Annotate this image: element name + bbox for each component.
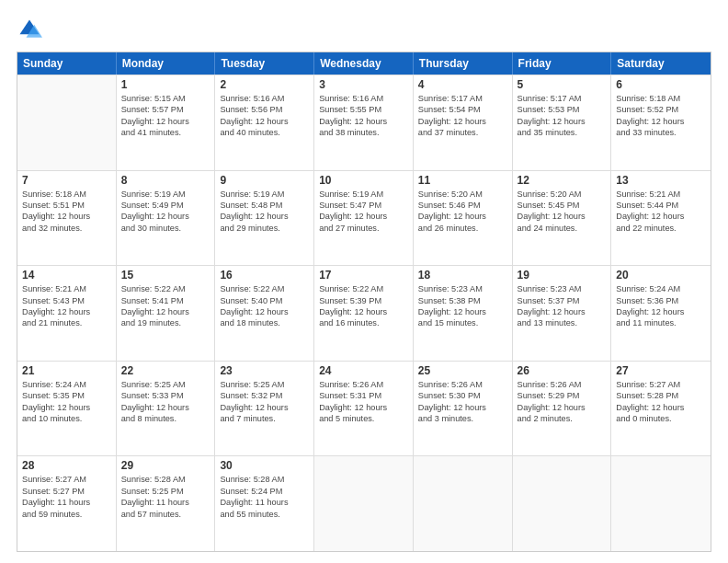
day-info: Sunrise: 5:27 AM Sunset: 5:28 PM Dayligh… (616, 379, 706, 425)
logo (17, 17, 46, 42)
empty-cell (314, 456, 414, 551)
empty-cell (513, 456, 612, 551)
day-number: 10 (319, 174, 408, 187)
day-cell-16: 16Sunrise: 5:22 AM Sunset: 5:40 PM Dayli… (215, 266, 314, 361)
day-cell-17: 17Sunrise: 5:22 AM Sunset: 5:39 PM Dayli… (314, 266, 414, 361)
weekday-header-friday: Friday (513, 52, 612, 75)
day-number: 22 (121, 364, 210, 377)
day-cell-3: 3Sunrise: 5:16 AM Sunset: 5:55 PM Daylig… (314, 75, 414, 170)
logo-icon (17, 17, 42, 42)
weekday-header-monday: Monday (117, 52, 216, 75)
calendar-row-5: 28Sunrise: 5:27 AM Sunset: 5:27 PM Dayli… (17, 455, 711, 551)
day-number: 15 (121, 269, 210, 282)
page: SundayMondayTuesdayWednesdayThursdayFrid… (0, 0, 728, 563)
day-cell-18: 18Sunrise: 5:23 AM Sunset: 5:38 PM Dayli… (414, 266, 513, 361)
day-info: Sunrise: 5:18 AM Sunset: 5:51 PM Dayligh… (22, 189, 111, 235)
calendar-row-3: 14Sunrise: 5:21 AM Sunset: 5:43 PM Dayli… (17, 265, 711, 361)
day-cell-10: 10Sunrise: 5:19 AM Sunset: 5:47 PM Dayli… (314, 171, 414, 266)
day-cell-24: 24Sunrise: 5:26 AM Sunset: 5:31 PM Dayli… (314, 362, 414, 456)
day-info: Sunrise: 5:21 AM Sunset: 5:43 PM Dayligh… (22, 283, 111, 329)
day-cell-30: 30Sunrise: 5:28 AM Sunset: 5:24 PM Dayli… (215, 456, 314, 551)
day-info: Sunrise: 5:16 AM Sunset: 5:55 PM Dayligh… (319, 93, 408, 139)
weekday-header-sunday: Sunday (17, 52, 117, 75)
day-number: 27 (616, 364, 706, 377)
day-number: 12 (518, 174, 607, 187)
day-info: Sunrise: 5:19 AM Sunset: 5:47 PM Dayligh… (319, 189, 408, 235)
day-info: Sunrise: 5:25 AM Sunset: 5:33 PM Dayligh… (121, 379, 210, 425)
day-number: 20 (616, 269, 706, 282)
day-info: Sunrise: 5:26 AM Sunset: 5:29 PM Dayligh… (518, 379, 607, 425)
day-info: Sunrise: 5:17 AM Sunset: 5:54 PM Dayligh… (418, 93, 507, 139)
day-cell-21: 21Sunrise: 5:24 AM Sunset: 5:35 PM Dayli… (17, 362, 117, 456)
day-cell-2: 2Sunrise: 5:16 AM Sunset: 5:56 PM Daylig… (215, 75, 314, 170)
day-cell-23: 23Sunrise: 5:25 AM Sunset: 5:32 PM Dayli… (215, 362, 314, 456)
day-info: Sunrise: 5:22 AM Sunset: 5:40 PM Dayligh… (220, 283, 309, 329)
weekday-header-wednesday: Wednesday (314, 52, 414, 75)
day-cell-9: 9Sunrise: 5:19 AM Sunset: 5:48 PM Daylig… (215, 171, 314, 266)
day-info: Sunrise: 5:19 AM Sunset: 5:49 PM Dayligh… (121, 189, 210, 235)
day-cell-19: 19Sunrise: 5:23 AM Sunset: 5:37 PM Dayli… (513, 266, 612, 361)
day-info: Sunrise: 5:28 AM Sunset: 5:24 PM Dayligh… (220, 474, 309, 520)
empty-cell (611, 456, 711, 551)
day-cell-5: 5Sunrise: 5:17 AM Sunset: 5:53 PM Daylig… (513, 75, 612, 170)
day-cell-22: 22Sunrise: 5:25 AM Sunset: 5:33 PM Dayli… (117, 362, 216, 456)
calendar-row-2: 7Sunrise: 5:18 AM Sunset: 5:51 PM Daylig… (17, 170, 711, 266)
day-info: Sunrise: 5:20 AM Sunset: 5:46 PM Dayligh… (418, 189, 507, 235)
day-info: Sunrise: 5:23 AM Sunset: 5:37 PM Dayligh… (518, 283, 607, 329)
day-number: 7 (22, 174, 111, 187)
day-info: Sunrise: 5:25 AM Sunset: 5:32 PM Dayligh… (220, 379, 309, 425)
day-cell-27: 27Sunrise: 5:27 AM Sunset: 5:28 PM Dayli… (611, 362, 711, 456)
day-number: 30 (220, 459, 309, 472)
day-info: Sunrise: 5:26 AM Sunset: 5:31 PM Dayligh… (319, 379, 408, 425)
day-cell-12: 12Sunrise: 5:20 AM Sunset: 5:45 PM Dayli… (513, 171, 612, 266)
day-info: Sunrise: 5:22 AM Sunset: 5:39 PM Dayligh… (319, 283, 408, 329)
day-cell-25: 25Sunrise: 5:26 AM Sunset: 5:30 PM Dayli… (414, 362, 513, 456)
day-info: Sunrise: 5:24 AM Sunset: 5:35 PM Dayligh… (22, 379, 111, 425)
day-info: Sunrise: 5:28 AM Sunset: 5:25 PM Dayligh… (121, 474, 210, 520)
weekday-header-saturday: Saturday (611, 52, 711, 75)
day-number: 3 (319, 78, 408, 91)
day-number: 2 (220, 78, 309, 91)
day-info: Sunrise: 5:16 AM Sunset: 5:56 PM Dayligh… (220, 93, 309, 139)
day-info: Sunrise: 5:24 AM Sunset: 5:36 PM Dayligh… (616, 283, 706, 329)
calendar-header: SundayMondayTuesdayWednesdayThursdayFrid… (17, 52, 711, 75)
day-info: Sunrise: 5:26 AM Sunset: 5:30 PM Dayligh… (418, 379, 507, 425)
day-number: 6 (616, 78, 706, 91)
weekday-header-tuesday: Tuesday (215, 52, 314, 75)
day-number: 24 (319, 364, 408, 377)
header (17, 17, 711, 42)
day-cell-14: 14Sunrise: 5:21 AM Sunset: 5:43 PM Dayli… (17, 266, 117, 361)
calendar-body: 1Sunrise: 5:15 AM Sunset: 5:57 PM Daylig… (17, 75, 711, 551)
day-info: Sunrise: 5:22 AM Sunset: 5:41 PM Dayligh… (121, 283, 210, 329)
weekday-header-thursday: Thursday (414, 52, 513, 75)
day-info: Sunrise: 5:19 AM Sunset: 5:48 PM Dayligh… (220, 189, 309, 235)
day-cell-1: 1Sunrise: 5:15 AM Sunset: 5:57 PM Daylig… (117, 75, 216, 170)
day-number: 29 (121, 459, 210, 472)
day-number: 25 (418, 364, 507, 377)
day-info: Sunrise: 5:27 AM Sunset: 5:27 PM Dayligh… (22, 474, 111, 520)
day-cell-6: 6Sunrise: 5:18 AM Sunset: 5:52 PM Daylig… (611, 75, 711, 170)
day-number: 21 (22, 364, 111, 377)
day-cell-28: 28Sunrise: 5:27 AM Sunset: 5:27 PM Dayli… (17, 456, 117, 551)
day-info: Sunrise: 5:17 AM Sunset: 5:53 PM Dayligh… (518, 93, 607, 139)
day-info: Sunrise: 5:23 AM Sunset: 5:38 PM Dayligh… (418, 283, 507, 329)
day-number: 26 (518, 364, 607, 377)
day-number: 11 (418, 174, 507, 187)
empty-cell (414, 456, 513, 551)
day-cell-13: 13Sunrise: 5:21 AM Sunset: 5:44 PM Dayli… (611, 171, 711, 266)
day-number: 23 (220, 364, 309, 377)
day-info: Sunrise: 5:20 AM Sunset: 5:45 PM Dayligh… (518, 189, 607, 235)
day-cell-15: 15Sunrise: 5:22 AM Sunset: 5:41 PM Dayli… (117, 266, 216, 361)
day-number: 19 (518, 269, 607, 282)
empty-cell (17, 75, 117, 170)
day-cell-26: 26Sunrise: 5:26 AM Sunset: 5:29 PM Dayli… (513, 362, 612, 456)
day-number: 5 (518, 78, 607, 91)
day-info: Sunrise: 5:15 AM Sunset: 5:57 PM Dayligh… (121, 93, 210, 139)
day-number: 9 (220, 174, 309, 187)
calendar: SundayMondayTuesdayWednesdayThursdayFrid… (17, 52, 711, 552)
calendar-row-4: 21Sunrise: 5:24 AM Sunset: 5:35 PM Dayli… (17, 361, 711, 456)
day-number: 14 (22, 269, 111, 282)
day-cell-8: 8Sunrise: 5:19 AM Sunset: 5:49 PM Daylig… (117, 171, 216, 266)
day-number: 16 (220, 269, 309, 282)
day-cell-11: 11Sunrise: 5:20 AM Sunset: 5:46 PM Dayli… (414, 171, 513, 266)
